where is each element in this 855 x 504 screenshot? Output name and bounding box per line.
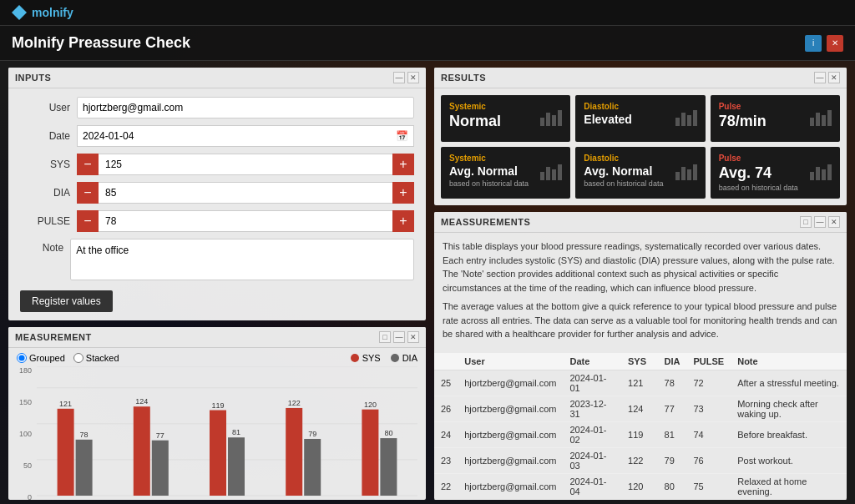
pulse-input[interactable]	[99, 210, 392, 232]
svg-rect-17	[228, 437, 245, 496]
inputs-panel-header: INPUTS — ✕	[8, 68, 426, 88]
close-icon-btn[interactable]: ✕	[827, 35, 843, 52]
sys-increment[interactable]: +	[392, 154, 414, 175]
col-header: PULSE	[687, 353, 731, 370]
mini-chart-icon-5	[810, 162, 833, 184]
col-header: User	[458, 353, 563, 370]
dia-label: DIA	[20, 187, 70, 199]
result-card-3: Systemic Avg. Normal based on historical…	[441, 147, 570, 199]
dia-stepper: − +	[77, 182, 414, 204]
sys-label: SYS	[20, 159, 70, 170]
svg-rect-30	[540, 118, 544, 126]
meas-ctrl3[interactable]: ✕	[407, 331, 419, 343]
inputs-close[interactable]: ✕	[407, 72, 419, 83]
svg-rect-50	[810, 172, 814, 180]
result-sub-5: based on historical data	[719, 184, 832, 192]
mini-chart-icon-3	[540, 162, 564, 184]
user-input[interactable]	[77, 97, 414, 118]
mini-chart-icon-0	[540, 108, 564, 129]
inputs-panel: INPUTS — ✕ User Date 📅	[8, 68, 426, 320]
pulse-increment[interactable]: +	[392, 210, 414, 232]
svg-rect-40	[822, 115, 826, 126]
measurement-title: MEASUREMENT	[15, 332, 92, 342]
sys-row: SYS − +	[20, 154, 414, 175]
measurements-panel: MEASSUREMENTS □ — ✕ This table displays …	[434, 212, 847, 500]
col-header: SYS	[621, 353, 658, 370]
meas-table-ctrl3[interactable]: ✕	[828, 216, 840, 228]
y-label-50: 50	[10, 461, 32, 470]
results-body: Systemic Normal Diastolic Elevated	[434, 88, 847, 205]
dia-increment[interactable]: +	[392, 182, 414, 204]
grouped-radio[interactable]	[17, 353, 27, 363]
note-label: Note	[20, 239, 63, 254]
table-row: 22 hjortzberg@gmail.com 2024-01-04 120 8…	[434, 473, 847, 499]
note-input[interactable]: At the office	[70, 239, 414, 280]
dia-decrement[interactable]: −	[77, 182, 99, 204]
svg-rect-32	[552, 115, 556, 126]
svg-rect-33	[558, 110, 562, 126]
svg-rect-36	[687, 115, 691, 126]
svg-rect-51	[816, 167, 820, 180]
calendar-icon[interactable]: 📅	[391, 130, 413, 142]
page-title-bar: Molnify Preassure Check i ✕	[0, 26, 855, 61]
stacked-option[interactable]: Stacked	[73, 353, 119, 363]
svg-rect-47	[681, 167, 686, 180]
measurements-controls: □ — ✕	[800, 216, 840, 228]
results-controls: — ✕	[814, 72, 840, 83]
desc-p1: This table displays your blood pressure …	[443, 239, 838, 295]
grouped-option[interactable]: Grouped	[17, 353, 65, 363]
page-title: Molnify Preassure Check	[12, 34, 190, 52]
meas-ctrl2[interactable]: —	[393, 331, 405, 343]
svg-rect-52	[822, 169, 826, 180]
measurements-scroll[interactable]: This table displays your blood pressure …	[434, 233, 847, 500]
svg-rect-5	[58, 409, 74, 496]
top-bar: molnify	[0, 0, 855, 26]
measurement-controls: □ — ✕	[379, 331, 419, 343]
svg-text:79: 79	[308, 430, 316, 438]
svg-rect-27	[380, 438, 397, 496]
svg-rect-10	[134, 406, 150, 496]
sys-input[interactable]	[99, 154, 392, 175]
logo: molnify	[12, 5, 73, 20]
pulse-decrement[interactable]: −	[77, 210, 99, 232]
y-axis: 180 150 100 50 0	[10, 366, 32, 500]
result-card-2: Pulse 78/min	[711, 95, 840, 142]
sys-legend: SYS	[351, 353, 381, 363]
pulse-stepper: − +	[77, 210, 414, 232]
svg-rect-53	[827, 164, 832, 180]
right-column: RESULTS — ✕ Systemic Normal	[434, 68, 847, 500]
svg-text:119: 119	[211, 401, 224, 410]
y-label-0: 0	[10, 493, 32, 500]
sys-stepper: − +	[77, 154, 414, 175]
col-header	[434, 353, 458, 370]
svg-rect-45	[558, 164, 562, 180]
chart-radio-group: Grouped Stacked	[17, 353, 119, 363]
inputs-controls: — ✕	[393, 72, 419, 83]
inputs-minimize[interactable]: —	[393, 72, 405, 83]
user-label: User	[20, 102, 70, 113]
register-button[interactable]: Register values	[20, 290, 113, 312]
svg-rect-15	[210, 411, 226, 496]
svg-rect-37	[693, 110, 697, 126]
meas-ctrl1[interactable]: □	[379, 331, 391, 343]
date-wrapper: 📅	[77, 125, 414, 147]
results-ctrl1[interactable]: —	[814, 72, 826, 83]
dia-input[interactable]	[99, 182, 392, 204]
dia-legend: DIA	[391, 353, 417, 363]
title-icons: i ✕	[805, 35, 843, 52]
inputs-body: User Date 📅 SYS − +	[8, 88, 426, 320]
meas-table-ctrl1[interactable]: □	[800, 216, 812, 228]
svg-text:78: 78	[80, 431, 89, 439]
svg-rect-38	[810, 118, 814, 126]
result-card-1: Diastolic Elevated	[575, 95, 705, 142]
inputs-title: INPUTS	[15, 73, 51, 83]
sys-decrement[interactable]: −	[77, 154, 99, 175]
stacked-radio[interactable]	[73, 353, 83, 363]
bar-chart-container: 121782024-01-01124772023-12-31119812024-…	[37, 366, 417, 500]
meas-table-ctrl2[interactable]: —	[814, 216, 826, 228]
info-icon-btn[interactable]: i	[805, 35, 822, 52]
svg-rect-35	[681, 113, 686, 126]
date-input[interactable]	[78, 126, 391, 146]
pulse-label: PULSE	[20, 215, 70, 227]
results-ctrl2[interactable]: ✕	[828, 72, 840, 83]
